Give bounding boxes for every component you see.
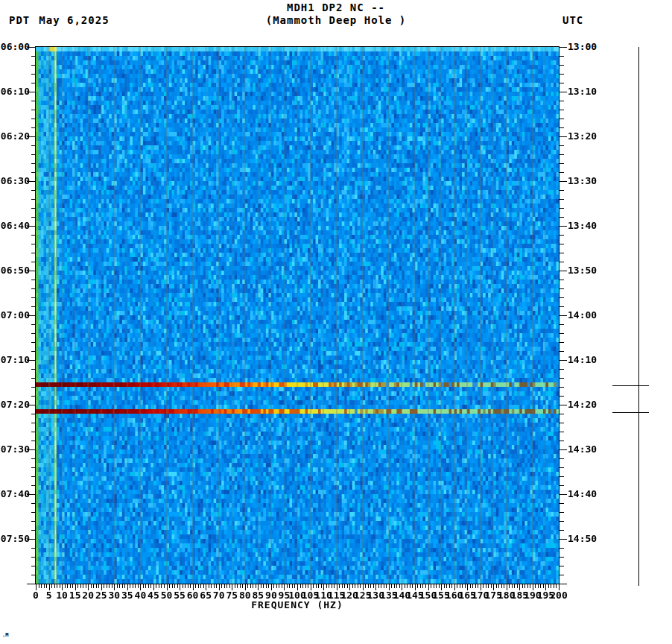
x-tick [334, 584, 335, 588]
x-tick [524, 584, 525, 588]
x-tick [216, 584, 217, 588]
y-tick-left [31, 262, 36, 262]
x-tick [449, 584, 450, 588]
y-axis-label-left: 07:10 [0, 354, 30, 366]
x-tick [109, 584, 110, 588]
x-tick [77, 584, 78, 588]
x-tick [221, 584, 222, 588]
y-tick-left [31, 566, 36, 566]
x-tick [98, 584, 99, 588]
x-tick [514, 584, 515, 588]
x-tick [425, 584, 426, 588]
y-tick-right [560, 530, 564, 531]
y-tick-right [560, 262, 564, 262]
y-tick-right [560, 136, 567, 137]
x-tick [159, 584, 159, 588]
x-tick [209, 584, 209, 588]
y-tick-left [31, 163, 36, 164]
y-tick-right [560, 503, 564, 504]
x-tick [256, 584, 256, 588]
x-tick [316, 584, 317, 588]
x-tick [512, 584, 513, 588]
x-tick [177, 584, 178, 588]
y-tick-left [31, 521, 36, 522]
x-tick [60, 584, 60, 588]
x-tick [150, 584, 151, 588]
x-tick [294, 584, 295, 588]
y-tick-right [560, 145, 564, 146]
x-tick [498, 584, 499, 588]
x-tick [483, 584, 484, 588]
x-tick [130, 584, 130, 588]
x-tick [462, 584, 463, 588]
x-tick [431, 584, 431, 588]
y-tick-right [560, 190, 564, 191]
x-tick [313, 584, 314, 588]
x-tick [472, 584, 473, 588]
x-tick [211, 584, 212, 588]
y-axis-label-right: 14:10 [568, 354, 597, 366]
x-tick [156, 584, 156, 588]
x-tick [386, 584, 387, 588]
x-tick [391, 584, 392, 588]
y-tick-right [560, 414, 564, 414]
x-tick [195, 584, 196, 588]
y-axis-label-right: 13:00 [568, 41, 597, 53]
y-tick-left [31, 485, 36, 486]
x-tick [394, 584, 395, 588]
y-tick-right [560, 226, 567, 227]
x-tick [51, 584, 52, 588]
x-tick [434, 584, 434, 588]
x-tick [183, 584, 183, 588]
y-tick-right [560, 83, 564, 83]
y-tick-left [31, 297, 36, 298]
y-tick-right [560, 494, 567, 495]
x-tick [491, 584, 492, 588]
spectrogram-canvas[interactable] [35, 46, 560, 584]
x-tick [302, 584, 303, 588]
y-tick-right [560, 360, 567, 361]
x-tick [253, 584, 253, 588]
x-tick [509, 584, 510, 588]
x-tick [203, 584, 204, 588]
x-tick [240, 584, 241, 588]
y-tick-left [31, 280, 36, 280]
x-tick [378, 584, 379, 588]
x-tick [289, 584, 290, 588]
x-tick [305, 584, 306, 588]
x-tick [355, 584, 355, 588]
x-tick [326, 584, 327, 588]
event-marker-line [612, 412, 649, 413]
y-tick-left [31, 351, 36, 352]
y-tick-right [560, 271, 567, 271]
y-tick-right [560, 557, 564, 558]
amplitude-scale-bar [638, 47, 639, 586]
y-tick-left [31, 208, 36, 209]
x-tick [329, 584, 329, 588]
x-tick [517, 584, 518, 588]
y-axis-label-right: 14:30 [568, 443, 597, 455]
x-tick [83, 584, 83, 588]
y-tick-left [31, 557, 36, 558]
x-tick [475, 584, 476, 588]
y-axis-label-right: 14:50 [568, 533, 597, 545]
y-tick-right [560, 467, 564, 468]
y-tick-left [31, 432, 36, 432]
x-tick [185, 584, 186, 588]
y-tick-right [560, 315, 567, 316]
y-tick-left [31, 575, 36, 575]
x-tick [368, 584, 369, 588]
y-tick-right [560, 306, 564, 307]
corner-watermark: .M [2, 632, 8, 638]
y-tick-right [560, 74, 564, 75]
x-tick [352, 584, 353, 588]
y-tick-right [560, 342, 564, 343]
x-tick [44, 584, 45, 588]
x-tick [65, 584, 66, 588]
y-tick-right [560, 297, 564, 298]
x-tick [112, 584, 112, 588]
x-tick [407, 584, 408, 588]
y-tick-left [31, 512, 36, 513]
y-tick-right [560, 378, 564, 379]
y-axis-label-right: 13:40 [568, 220, 597, 232]
